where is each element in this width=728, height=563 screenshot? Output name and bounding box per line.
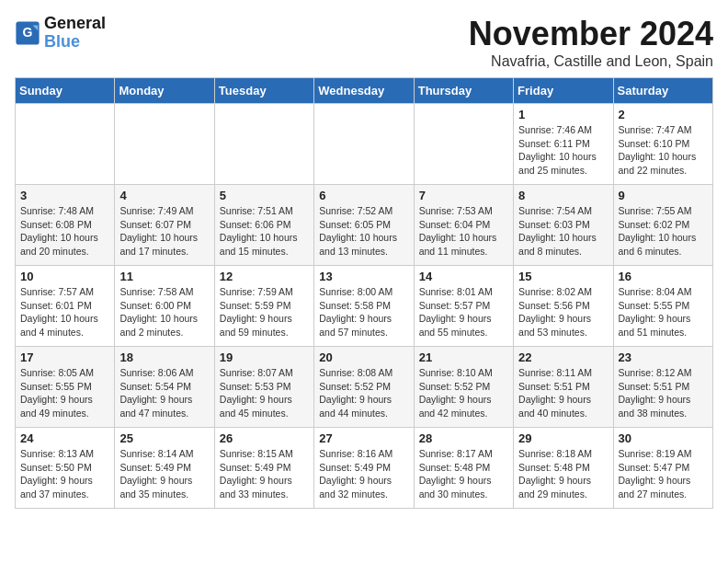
day-info: Sunrise: 7:52 AM Sunset: 6:05 PM Dayligh… [319,204,408,259]
day-info: Sunrise: 8:04 AM Sunset: 5:55 PM Dayligh… [619,285,708,339]
day-info: Sunrise: 8:11 AM Sunset: 5:51 PM Dayligh… [518,366,608,420]
day-cell: 15Sunrise: 8:02 AM Sunset: 5:56 PM Dayli… [514,266,613,347]
day-number: 12 [220,270,309,283]
day-cell [414,104,513,185]
day-cell: 14Sunrise: 8:01 AM Sunset: 5:57 PM Dayli… [414,266,513,347]
location-title: Navafria, Castille and Leon, Spain [469,53,713,70]
day-info: Sunrise: 8:13 AM Sunset: 5:50 PM Dayligh… [20,447,109,501]
day-number: 19 [220,350,309,364]
day-number: 4 [119,189,209,202]
day-number: 10 [20,270,109,283]
col-sunday: Sunday [16,78,115,104]
day-number: 30 [619,431,708,445]
day-number: 16 [619,270,708,283]
day-number: 14 [419,270,508,283]
day-number: 15 [518,270,608,283]
day-number: 18 [119,350,209,364]
day-info: Sunrise: 8:10 AM Sunset: 5:52 PM Dayligh… [419,366,508,420]
day-cell: 17Sunrise: 8:05 AM Sunset: 5:55 PM Dayli… [16,347,115,428]
day-info: Sunrise: 8:15 AM Sunset: 5:49 PM Dayligh… [220,447,309,501]
logo-line1: General [44,15,106,33]
day-info: Sunrise: 7:53 AM Sunset: 6:04 PM Dayligh… [419,204,508,259]
day-info: Sunrise: 7:48 AM Sunset: 6:08 PM Dayligh… [20,204,109,259]
day-number: 28 [419,431,508,445]
col-wednesday: Wednesday [314,78,414,104]
day-cell: 1Sunrise: 7:46 AM Sunset: 6:11 PM Daylig… [514,104,613,185]
day-info: Sunrise: 7:58 AM Sunset: 6:00 PM Dayligh… [119,285,209,339]
day-cell: 23Sunrise: 8:12 AM Sunset: 5:51 PM Dayli… [613,347,712,428]
day-number: 24 [20,431,109,445]
day-info: Sunrise: 8:16 AM Sunset: 5:49 PM Dayligh… [319,447,408,501]
day-cell: 7Sunrise: 7:53 AM Sunset: 6:04 PM Daylig… [414,185,513,266]
day-number: 7 [419,189,508,202]
day-number: 5 [220,189,309,202]
day-cell [314,104,414,185]
day-cell: 20Sunrise: 8:08 AM Sunset: 5:52 PM Dayli… [314,347,414,428]
day-info: Sunrise: 8:12 AM Sunset: 5:51 PM Dayligh… [619,366,708,420]
day-cell [115,104,214,185]
day-info: Sunrise: 8:01 AM Sunset: 5:57 PM Dayligh… [419,285,508,339]
day-number: 8 [518,189,608,202]
day-cell: 21Sunrise: 8:10 AM Sunset: 5:52 PM Dayli… [414,347,513,428]
week-row-1: 1Sunrise: 7:46 AM Sunset: 6:11 PM Daylig… [16,104,713,185]
week-row-5: 24Sunrise: 8:13 AM Sunset: 5:50 PM Dayli… [16,428,713,509]
header-row: Sunday Monday Tuesday Wednesday Thursday… [16,78,713,104]
week-row-3: 10Sunrise: 7:57 AM Sunset: 6:01 PM Dayli… [16,266,713,347]
logo-line2: Blue [44,32,80,51]
day-info: Sunrise: 8:08 AM Sunset: 5:52 PM Dayligh… [319,366,408,420]
day-cell [214,104,313,185]
month-title: November 2024 [469,15,713,53]
day-info: Sunrise: 8:07 AM Sunset: 5:53 PM Dayligh… [220,366,309,420]
title-block: November 2024 Navafria, Castille and Leo… [469,15,713,70]
day-cell: 16Sunrise: 8:04 AM Sunset: 5:55 PM Dayli… [613,266,712,347]
day-cell: 26Sunrise: 8:15 AM Sunset: 5:49 PM Dayli… [214,428,313,509]
day-info: Sunrise: 7:46 AM Sunset: 6:11 PM Dayligh… [518,123,608,178]
day-number: 25 [119,431,209,445]
day-number: 29 [518,431,608,445]
day-info: Sunrise: 7:49 AM Sunset: 6:07 PM Dayligh… [119,204,209,259]
day-info: Sunrise: 7:55 AM Sunset: 6:02 PM Dayligh… [619,204,708,259]
day-number: 26 [220,431,309,445]
day-info: Sunrise: 7:57 AM Sunset: 6:01 PM Dayligh… [20,285,109,339]
day-cell: 9Sunrise: 7:55 AM Sunset: 6:02 PM Daylig… [613,185,712,266]
day-cell: 2Sunrise: 7:47 AM Sunset: 6:10 PM Daylig… [613,104,712,185]
day-cell: 18Sunrise: 8:06 AM Sunset: 5:54 PM Dayli… [115,347,214,428]
day-cell: 30Sunrise: 8:19 AM Sunset: 5:47 PM Dayli… [613,428,712,509]
day-info: Sunrise: 8:18 AM Sunset: 5:48 PM Dayligh… [518,447,608,501]
day-info: Sunrise: 8:17 AM Sunset: 5:48 PM Dayligh… [419,447,508,501]
day-number: 20 [319,350,408,364]
day-number: 22 [518,350,608,364]
logo: G General Blue [15,15,106,52]
day-cell: 10Sunrise: 7:57 AM Sunset: 6:01 PM Dayli… [16,266,115,347]
day-number: 6 [319,189,408,202]
day-number: 3 [20,189,109,202]
calendar-table: Sunday Monday Tuesday Wednesday Thursday… [15,77,713,509]
day-number: 1 [518,108,608,121]
day-info: Sunrise: 7:54 AM Sunset: 6:03 PM Dayligh… [518,204,608,259]
calendar-body: 1Sunrise: 7:46 AM Sunset: 6:11 PM Daylig… [16,104,713,509]
day-number: 2 [619,108,708,121]
day-info: Sunrise: 8:00 AM Sunset: 5:58 PM Dayligh… [319,285,408,339]
col-saturday: Saturday [613,78,712,104]
day-info: Sunrise: 8:14 AM Sunset: 5:49 PM Dayligh… [119,447,209,501]
day-cell: 8Sunrise: 7:54 AM Sunset: 6:03 PM Daylig… [514,185,613,266]
day-info: Sunrise: 7:47 AM Sunset: 6:10 PM Dayligh… [619,123,708,178]
day-cell: 13Sunrise: 8:00 AM Sunset: 5:58 PM Dayli… [314,266,414,347]
day-cell: 5Sunrise: 7:51 AM Sunset: 6:06 PM Daylig… [214,185,313,266]
day-cell: 19Sunrise: 8:07 AM Sunset: 5:53 PM Dayli… [214,347,313,428]
day-number: 27 [319,431,408,445]
day-number: 21 [419,350,508,364]
day-cell: 11Sunrise: 7:58 AM Sunset: 6:00 PM Dayli… [115,266,214,347]
day-cell: 3Sunrise: 7:48 AM Sunset: 6:08 PM Daylig… [16,185,115,266]
day-number: 13 [319,270,408,283]
day-info: Sunrise: 8:05 AM Sunset: 5:55 PM Dayligh… [20,366,109,420]
day-cell: 28Sunrise: 8:17 AM Sunset: 5:48 PM Dayli… [414,428,513,509]
day-cell: 25Sunrise: 8:14 AM Sunset: 5:49 PM Dayli… [115,428,214,509]
day-cell: 4Sunrise: 7:49 AM Sunset: 6:07 PM Daylig… [115,185,214,266]
header: G General Blue November 2024 Navafria, C… [15,15,713,70]
day-info: Sunrise: 8:02 AM Sunset: 5:56 PM Dayligh… [518,285,608,339]
week-row-2: 3Sunrise: 7:48 AM Sunset: 6:08 PM Daylig… [16,185,713,266]
col-thursday: Thursday [414,78,513,104]
col-tuesday: Tuesday [214,78,313,104]
day-cell: 12Sunrise: 7:59 AM Sunset: 5:59 PM Dayli… [214,266,313,347]
